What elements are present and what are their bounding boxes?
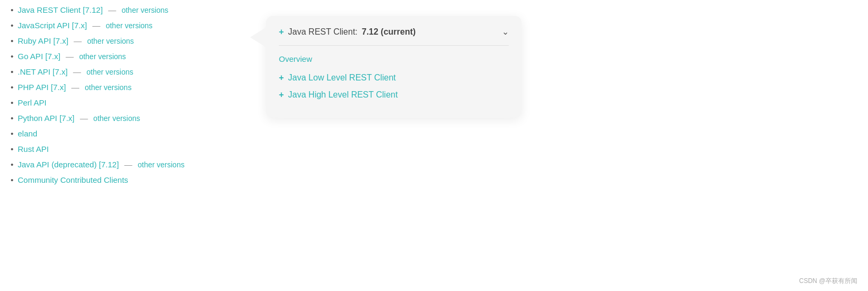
bullet-icon: • [11,144,13,153]
separator: — [90,21,102,30]
nav-link-python-api[interactable]: Python API [7.x] [18,114,75,123]
java-low-level-plus-icon[interactable]: + [279,73,284,83]
list-item: •Perl API [11,98,298,107]
popup-header: + Java REST Client: 7.12 (current) ⌄ [279,27,509,46]
separator: — [71,36,84,45]
list-item: •Go API [7.x] — other versions [11,52,298,61]
bullet-icon: • [11,36,13,45]
java-high-level-section: + Java High Level REST Client [279,90,509,100]
other-versions-link-php-api[interactable]: other versions [85,83,131,92]
bullet-icon: • [11,160,13,169]
list-item: •Java REST Client [7.12] — other version… [11,5,298,14]
other-versions-link-go-api[interactable]: other versions [79,52,126,61]
separator: — [106,5,118,14]
nav-link-java-api-deprecated[interactable]: Java API (deprecated) [7.12] [18,160,119,169]
nav-link-javascript-api[interactable]: JavaScript API [7.x] [18,21,87,30]
bullet-icon: • [11,83,13,92]
list-item: •Python API [7.x] — other versions [11,114,298,123]
watermark: CSDN @卒获有所闻 [799,277,857,286]
list-item: •PHP API [7.x] — other versions [11,83,298,92]
other-versions-link-ruby-api[interactable]: other versions [87,37,134,45]
other-versions-link-net-api[interactable]: other versions [87,68,134,76]
nav-link-community-contributed-clients[interactable]: Community Contributed Clients [18,175,128,184]
nav-link-go-api[interactable]: Go API [7.x] [18,52,60,61]
list-item: •Java API (deprecated) [7.12] — other ve… [11,160,298,169]
bullet-icon: • [11,114,13,123]
other-versions-link-javascript-api[interactable]: other versions [106,21,153,30]
separator: — [69,83,81,92]
nav-link-perl-api[interactable]: Perl API [18,98,46,107]
list-item: •.NET API [7.x] — other versions [11,67,298,76]
popup-title: + Java REST Client: 7.12 (current) [279,27,502,37]
dropdown-popup: + Java REST Client: 7.12 (current) ⌄ Ove… [266,16,522,118]
bullet-icon: • [11,67,13,76]
popup-title-prefix: Java REST Client: [288,27,357,37]
nav-link-eland[interactable]: eland [18,129,37,138]
nav-link-rust-api[interactable]: Rust API [18,144,48,153]
bullet-icon: • [11,21,13,30]
nav-link-php-api[interactable]: PHP API [7.x] [18,83,66,92]
separator: — [71,67,83,76]
separator: — [78,114,90,123]
list-item: •Rust API [11,144,298,153]
bullet-icon: • [11,52,13,61]
list-item: •eland [11,129,298,138]
nav-link-ruby-api[interactable]: Ruby API [7.x] [18,36,68,45]
separator: — [122,160,134,169]
plus-icon[interactable]: + [279,27,284,37]
bullet-icon: • [11,175,13,184]
bullet-icon: • [11,98,13,107]
java-low-level-section: + Java Low Level REST Client [279,73,509,83]
other-versions-link-python-api[interactable]: other versions [93,114,140,123]
java-low-level-link[interactable]: Java Low Level REST Client [288,73,395,83]
java-high-level-plus-icon[interactable]: + [279,90,284,100]
nav-link-java-rest-client[interactable]: Java REST Client [7.12] [18,5,103,14]
other-versions-link-java-rest-client[interactable]: other versions [121,6,168,14]
bullet-icon: • [11,129,13,138]
list-item: •Community Contributed Clients [11,175,298,184]
java-high-level-link[interactable]: Java High Level REST Client [288,90,398,100]
popup-version: 7.12 (current) [362,27,416,37]
separator: — [63,52,76,61]
dropdown-arrow-icon[interactable]: ⌄ [502,27,509,37]
overview-link[interactable]: Overview [279,54,509,63]
bullet-icon: • [11,5,13,14]
nav-link-net-api[interactable]: .NET API [7.x] [18,67,68,76]
other-versions-link-java-api-deprecated[interactable]: other versions [138,160,185,169]
